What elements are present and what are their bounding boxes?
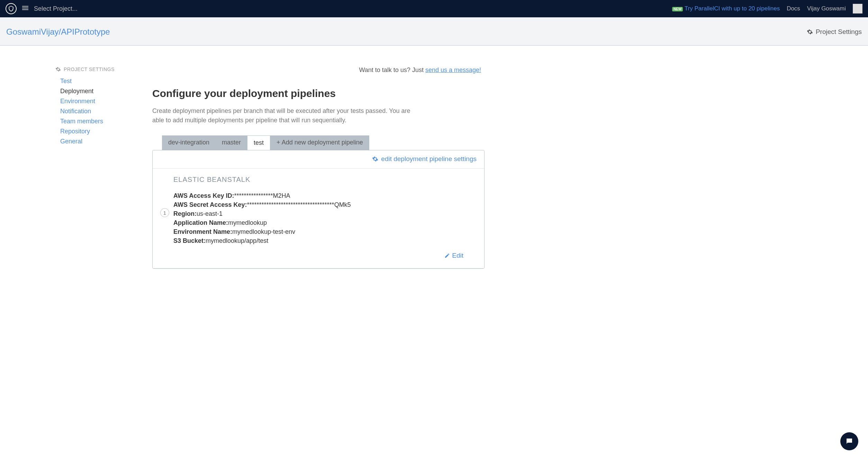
tabs: dev-integration master test + Add new de… [162, 135, 485, 150]
message-link[interactable]: send us a message! [425, 67, 481, 73]
page-desc: Create deployment pipelines per branch t… [152, 106, 415, 125]
sidebar-header-label: PROJECT SETTINGS [64, 67, 115, 72]
sidebar-item-deployment[interactable]: Deployment [55, 86, 132, 96]
svg-rect-2 [22, 9, 28, 10]
panel-header: edit deployment pipeline settings [153, 150, 484, 169]
dep-row: Region:us-east-1 [173, 209, 463, 218]
page-title: Configure your deployment pipelines [152, 88, 485, 99]
svg-rect-1 [22, 8, 28, 8]
sidebar-item-team-members[interactable]: Team members [55, 116, 132, 126]
logo-icon[interactable] [6, 3, 17, 14]
topbar: Select Project... NEW Try ParallelCI wit… [0, 0, 868, 17]
sidebar-item-notification[interactable]: Notification [55, 106, 132, 116]
sidebar-item-environment[interactable]: Environment [55, 96, 132, 106]
dep-row: AWS Access Key ID:****************M2HA [173, 191, 463, 200]
select-project[interactable]: Select Project... [34, 5, 78, 12]
topbar-left: Select Project... [6, 3, 78, 14]
message-bar: Want to talk to us? Just send us a messa… [152, 67, 485, 74]
user-name[interactable]: Vijay Goswami [807, 5, 846, 12]
sidebar-item-general[interactable]: General [55, 136, 132, 147]
main-area: PROJECT SETTINGS Test Deployment Environ… [0, 46, 868, 269]
tab-dev-integration[interactable]: dev-integration [162, 135, 216, 150]
svg-rect-0 [22, 6, 28, 7]
breadcrumb[interactable]: GoswamiVijay/APIPrototype [6, 27, 110, 37]
subheader: GoswamiVijay/APIPrototype Project Settin… [0, 17, 868, 46]
sidebar-header: PROJECT SETTINGS [55, 67, 132, 72]
sidebar: PROJECT SETTINGS Test Deployment Environ… [55, 67, 132, 269]
dep-row: AWS Secret Access Key:******************… [173, 200, 463, 209]
edit-pipeline-settings[interactable]: edit deployment pipeline settings [372, 155, 477, 163]
tab-test[interactable]: test [247, 135, 270, 150]
tab-master[interactable]: master [216, 135, 247, 150]
step-number: 1 [160, 208, 169, 217]
edit-button[interactable]: Edit [444, 252, 463, 259]
hamburger-icon[interactable] [22, 5, 28, 12]
edit-pipeline-label: edit deployment pipeline settings [381, 155, 477, 163]
gears-icon [55, 67, 61, 72]
gear-icon [372, 156, 378, 162]
pipeline-panel: edit deployment pipeline settings 1 ELAS… [152, 150, 485, 269]
deployment-block: 1 ELASTIC BEANSTALK AWS Access Key ID:**… [153, 169, 484, 268]
promo-wrap: NEW Try ParallelCI with up to 20 pipelin… [672, 5, 780, 12]
project-settings-label: Project Settings [816, 28, 862, 36]
message-prefix: Want to talk to us? Just [359, 67, 425, 73]
edit-button-wrap: Edit [173, 252, 463, 260]
edit-button-label: Edit [452, 252, 463, 259]
docs-link[interactable]: Docs [787, 5, 800, 12]
dep-row: S3 Bucket:mymedlookup/app/test [173, 236, 463, 245]
dep-row: Environment Name:mymedlookup-test-env [173, 227, 463, 236]
deployment-title: ELASTIC BEANSTALK [173, 176, 463, 184]
dep-row: Application Name:mymedlookup [173, 218, 463, 227]
sidebar-item-repository[interactable]: Repository [55, 126, 132, 136]
promo-link[interactable]: Try ParallelCI with up to 20 pipelines [685, 5, 780, 12]
tab-add-new[interactable]: + Add new deployment pipeline [270, 135, 369, 150]
avatar[interactable] [853, 4, 862, 14]
project-settings-link[interactable]: Project Settings [807, 28, 862, 36]
new-badge: NEW [672, 7, 683, 11]
topbar-right: NEW Try ParallelCI with up to 20 pipelin… [672, 4, 862, 14]
content: Want to talk to us? Just send us a messa… [152, 67, 485, 269]
sidebar-item-test[interactable]: Test [55, 76, 132, 86]
pencil-icon [444, 253, 450, 258]
gear-icon [807, 29, 813, 35]
